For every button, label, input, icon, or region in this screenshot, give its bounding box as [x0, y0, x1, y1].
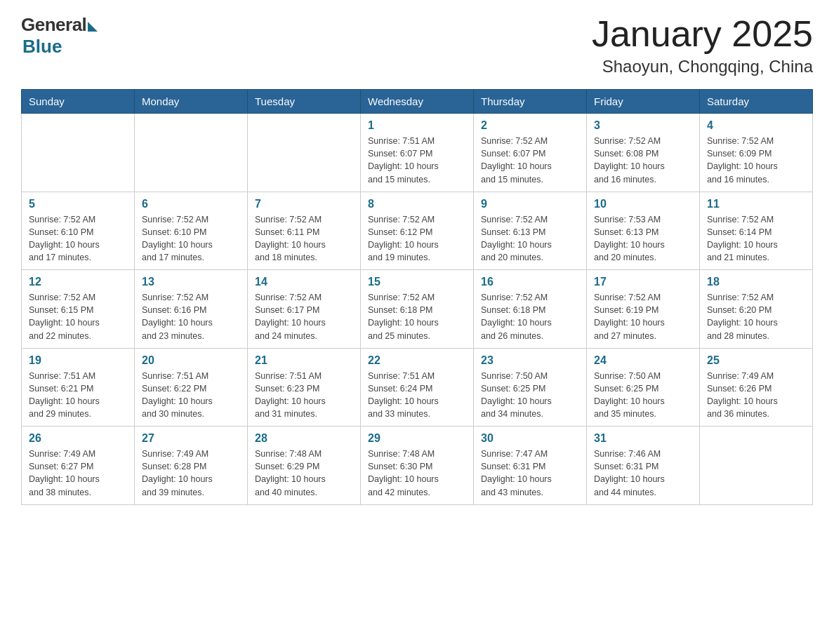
day-cell: 25Sunrise: 7:49 AMSunset: 6:26 PMDayligh… — [700, 348, 813, 427]
day-info: Sunrise: 7:49 AMSunset: 6:26 PMDaylight:… — [707, 370, 805, 421]
day-number: 7 — [255, 198, 353, 210]
day-info: Sunrise: 7:48 AMSunset: 6:30 PMDaylight:… — [368, 448, 466, 499]
day-info: Sunrise: 7:52 AMSunset: 6:20 PMDaylight:… — [707, 291, 805, 342]
day-info: Sunrise: 7:53 AMSunset: 6:13 PMDaylight:… — [594, 213, 692, 264]
day-info: Sunrise: 7:46 AMSunset: 6:31 PMDaylight:… — [594, 448, 692, 499]
day-info: Sunrise: 7:52 AMSunset: 6:08 PMDaylight:… — [594, 135, 692, 186]
week-row-1: 1Sunrise: 7:51 AMSunset: 6:07 PMDaylight… — [22, 114, 813, 192]
day-number: 21 — [255, 354, 353, 367]
week-row-4: 19Sunrise: 7:51 AMSunset: 6:21 PMDayligh… — [22, 348, 813, 427]
day-info: Sunrise: 7:48 AMSunset: 6:29 PMDaylight:… — [255, 448, 353, 499]
page-header: General Blue January 2025 Shaoyun, Chong… — [21, 14, 813, 76]
calendar-subtitle: Shaoyun, Chongqing, China — [592, 57, 813, 76]
day-cell — [700, 427, 813, 505]
day-cell: 20Sunrise: 7:51 AMSunset: 6:22 PMDayligh… — [135, 348, 248, 427]
day-cell: 23Sunrise: 7:50 AMSunset: 6:25 PMDayligh… — [474, 348, 587, 427]
day-info: Sunrise: 7:49 AMSunset: 6:27 PMDaylight:… — [29, 448, 127, 499]
day-info: Sunrise: 7:47 AMSunset: 6:31 PMDaylight:… — [481, 448, 579, 499]
day-number: 18 — [707, 276, 805, 288]
day-number: 16 — [481, 276, 579, 288]
day-info: Sunrise: 7:52 AMSunset: 6:07 PMDaylight:… — [481, 135, 579, 186]
day-number: 24 — [594, 354, 692, 367]
day-cell: 28Sunrise: 7:48 AMSunset: 6:29 PMDayligh… — [248, 427, 361, 505]
day-number: 13 — [142, 276, 240, 288]
day-number: 26 — [29, 432, 127, 445]
day-number: 19 — [29, 354, 127, 367]
day-cell: 11Sunrise: 7:52 AMSunset: 6:14 PMDayligh… — [700, 192, 813, 270]
week-row-3: 12Sunrise: 7:52 AMSunset: 6:15 PMDayligh… — [22, 270, 813, 349]
day-cell: 31Sunrise: 7:46 AMSunset: 6:31 PMDayligh… — [587, 427, 700, 505]
day-info: Sunrise: 7:52 AMSunset: 6:17 PMDaylight:… — [255, 291, 353, 342]
day-cell: 4Sunrise: 7:52 AMSunset: 6:09 PMDaylight… — [700, 114, 813, 192]
day-number: 31 — [594, 432, 692, 445]
day-number: 3 — [594, 119, 692, 132]
day-cell: 12Sunrise: 7:52 AMSunset: 6:15 PMDayligh… — [22, 270, 135, 349]
day-info: Sunrise: 7:52 AMSunset: 6:13 PMDaylight:… — [481, 213, 579, 264]
header-cell-sunday: Sunday — [22, 90, 135, 114]
day-cell: 26Sunrise: 7:49 AMSunset: 6:27 PMDayligh… — [22, 427, 135, 505]
day-number: 28 — [255, 432, 353, 445]
day-cell — [135, 114, 248, 192]
calendar-header: SundayMondayTuesdayWednesdayThursdayFrid… — [22, 90, 813, 114]
day-cell — [22, 114, 135, 192]
day-number: 4 — [707, 119, 805, 132]
day-info: Sunrise: 7:52 AMSunset: 6:14 PMDaylight:… — [707, 213, 805, 264]
day-number: 11 — [707, 198, 805, 210]
day-info: Sunrise: 7:52 AMSunset: 6:10 PMDaylight:… — [29, 213, 127, 264]
day-info: Sunrise: 7:51 AMSunset: 6:21 PMDaylight:… — [29, 370, 127, 421]
day-cell: 15Sunrise: 7:52 AMSunset: 6:18 PMDayligh… — [361, 270, 474, 349]
day-number: 8 — [368, 198, 466, 210]
day-info: Sunrise: 7:52 AMSunset: 6:12 PMDaylight:… — [368, 213, 466, 264]
day-cell: 13Sunrise: 7:52 AMSunset: 6:16 PMDayligh… — [135, 270, 248, 349]
title-section: January 2025 Shaoyun, Chongqing, China — [592, 14, 813, 76]
logo-general-text: General — [21, 14, 86, 36]
day-cell: 7Sunrise: 7:52 AMSunset: 6:11 PMDaylight… — [248, 192, 361, 270]
day-info: Sunrise: 7:52 AMSunset: 6:18 PMDaylight:… — [368, 291, 466, 342]
day-info: Sunrise: 7:50 AMSunset: 6:25 PMDaylight:… — [481, 370, 579, 421]
day-cell: 22Sunrise: 7:51 AMSunset: 6:24 PMDayligh… — [361, 348, 474, 427]
day-number: 27 — [142, 432, 240, 445]
week-row-2: 5Sunrise: 7:52 AMSunset: 6:10 PMDaylight… — [22, 192, 813, 270]
day-number: 17 — [594, 276, 692, 288]
day-number: 12 — [29, 276, 127, 288]
day-cell: 17Sunrise: 7:52 AMSunset: 6:19 PMDayligh… — [587, 270, 700, 349]
day-number: 6 — [142, 198, 240, 210]
calendar-table: SundayMondayTuesdayWednesdayThursdayFrid… — [21, 89, 813, 505]
day-cell: 14Sunrise: 7:52 AMSunset: 6:17 PMDayligh… — [248, 270, 361, 349]
day-info: Sunrise: 7:51 AMSunset: 6:24 PMDaylight:… — [368, 370, 466, 421]
day-cell: 5Sunrise: 7:52 AMSunset: 6:10 PMDaylight… — [22, 192, 135, 270]
logo-arrow-icon — [88, 22, 98, 32]
header-cell-monday: Monday — [135, 90, 248, 114]
day-info: Sunrise: 7:51 AMSunset: 6:22 PMDaylight:… — [142, 370, 240, 421]
day-number: 1 — [368, 119, 466, 132]
day-cell: 10Sunrise: 7:53 AMSunset: 6:13 PMDayligh… — [587, 192, 700, 270]
day-cell: 24Sunrise: 7:50 AMSunset: 6:25 PMDayligh… — [587, 348, 700, 427]
day-number: 15 — [368, 276, 466, 288]
day-number: 9 — [481, 198, 579, 210]
day-number: 14 — [255, 276, 353, 288]
calendar-body: 1Sunrise: 7:51 AMSunset: 6:07 PMDaylight… — [22, 114, 813, 505]
week-row-5: 26Sunrise: 7:49 AMSunset: 6:27 PMDayligh… — [22, 427, 813, 505]
day-number: 23 — [481, 354, 579, 367]
day-number: 10 — [594, 198, 692, 210]
header-cell-friday: Friday — [587, 90, 700, 114]
day-cell: 3Sunrise: 7:52 AMSunset: 6:08 PMDaylight… — [587, 114, 700, 192]
day-info: Sunrise: 7:52 AMSunset: 6:11 PMDaylight:… — [255, 213, 353, 264]
header-cell-wednesday: Wednesday — [361, 90, 474, 114]
day-cell: 21Sunrise: 7:51 AMSunset: 6:23 PMDayligh… — [248, 348, 361, 427]
logo-blue-text: Blue — [22, 36, 62, 58]
day-info: Sunrise: 7:51 AMSunset: 6:23 PMDaylight:… — [255, 370, 353, 421]
day-info: Sunrise: 7:52 AMSunset: 6:15 PMDaylight:… — [29, 291, 127, 342]
day-cell: 16Sunrise: 7:52 AMSunset: 6:18 PMDayligh… — [474, 270, 587, 349]
day-cell: 30Sunrise: 7:47 AMSunset: 6:31 PMDayligh… — [474, 427, 587, 505]
day-info: Sunrise: 7:52 AMSunset: 6:16 PMDaylight:… — [142, 291, 240, 342]
day-info: Sunrise: 7:50 AMSunset: 6:25 PMDaylight:… — [594, 370, 692, 421]
day-info: Sunrise: 7:52 AMSunset: 6:18 PMDaylight:… — [481, 291, 579, 342]
day-info: Sunrise: 7:52 AMSunset: 6:09 PMDaylight:… — [707, 135, 805, 186]
day-info: Sunrise: 7:51 AMSunset: 6:07 PMDaylight:… — [368, 135, 466, 186]
day-cell: 29Sunrise: 7:48 AMSunset: 6:30 PMDayligh… — [361, 427, 474, 505]
day-number: 29 — [368, 432, 466, 445]
logo: General Blue — [21, 14, 98, 58]
day-number: 25 — [707, 354, 805, 367]
day-info: Sunrise: 7:52 AMSunset: 6:19 PMDaylight:… — [594, 291, 692, 342]
